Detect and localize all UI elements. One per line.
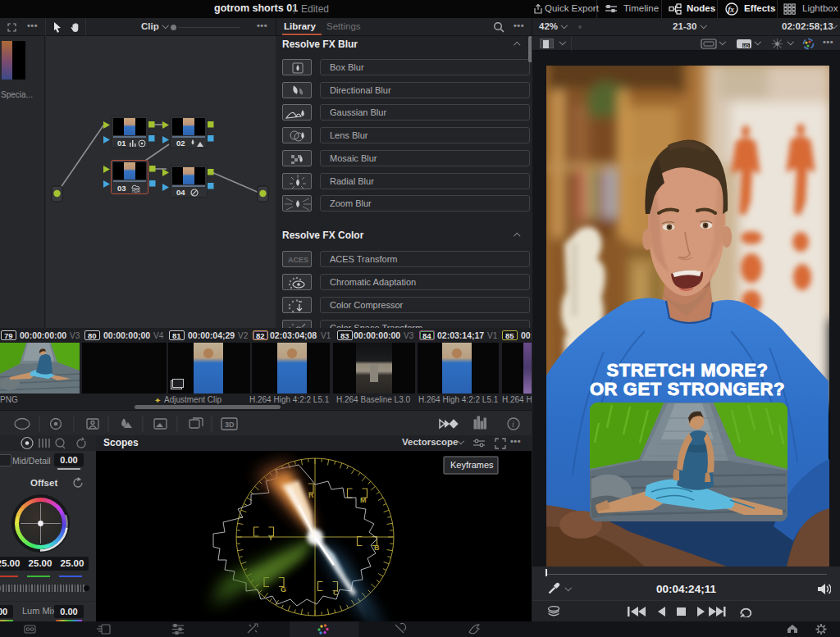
svg-text:G: G — [281, 585, 286, 594]
svg-text:ACES: ACES — [288, 256, 308, 264]
svg-text:i: i — [512, 420, 514, 429]
svg-text:M: M — [360, 496, 367, 504]
svg-text:fx: fx — [728, 6, 734, 14]
svg-text:3D: 3D — [225, 421, 235, 429]
svg-text:B: B — [374, 544, 380, 552]
svg-text:R: R — [308, 491, 314, 499]
svg-text:STRETCH MORE?: STRETCH MORE? — [606, 360, 768, 380]
svg-text:Y: Y — [268, 534, 273, 542]
svg-text:OR GET STRONGER?: OR GET STRONGER? — [590, 379, 785, 399]
svg-text:HQ: HQ — [743, 43, 750, 48]
svg-text:Keyframes: Keyframes — [450, 460, 494, 470]
